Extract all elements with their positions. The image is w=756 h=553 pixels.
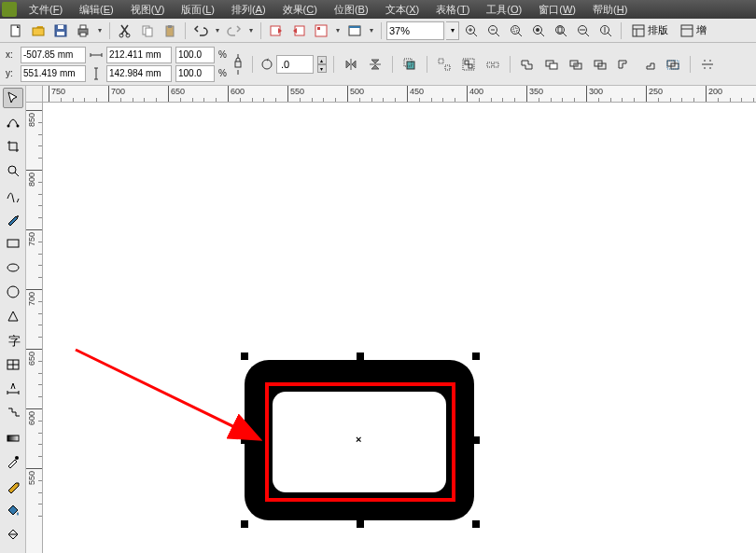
connector-tool[interactable]: [3, 403, 23, 423]
selection-handle-n[interactable]: [357, 353, 364, 360]
redo-dropdown[interactable]: ▾: [246, 26, 256, 35]
rotation-icon: [259, 58, 273, 71]
menu-edit[interactable]: 编辑(E): [71, 1, 122, 19]
height-input[interactable]: [106, 65, 172, 82]
ungroup-all-button[interactable]: [483, 54, 503, 75]
scale-x-input[interactable]: [175, 47, 215, 63]
export-button[interactable]: [288, 21, 309, 41]
fill-tool[interactable]: [3, 500, 23, 520]
y-position-input[interactable]: [21, 65, 86, 82]
selection-handle-sw[interactable]: [241, 520, 248, 528]
x-position-input[interactable]: [21, 47, 86, 63]
front-minus-back-button[interactable]: [614, 54, 635, 75]
rotation-down-button[interactable]: ▾: [317, 64, 327, 73]
svg-rect-1: [33, 28, 44, 35]
outline-tool[interactable]: [3, 476, 23, 496]
mirror-h-button[interactable]: [341, 54, 361, 75]
ruler-h-label: 750: [51, 87, 65, 96]
mirror-v-button[interactable]: [365, 54, 385, 75]
zoom-all-button[interactable]: [528, 21, 549, 41]
pick-tool[interactable]: [3, 88, 23, 108]
svg-rect-23: [513, 28, 517, 32]
menu-window[interactable]: 窗口(W): [530, 1, 584, 19]
width-input[interactable]: [106, 47, 172, 63]
align-distribute-button[interactable]: [697, 54, 718, 75]
intersect-button[interactable]: [566, 54, 586, 75]
save-button[interactable]: [50, 21, 71, 41]
menu-effects[interactable]: 效果(C): [274, 1, 326, 19]
scale-y-input[interactable]: [175, 65, 215, 82]
menu-text[interactable]: 文本(X): [377, 1, 428, 19]
rotation-input[interactable]: [276, 55, 314, 74]
crop-tool[interactable]: [3, 136, 23, 157]
print-button[interactable]: [73, 21, 93, 41]
publish-dropdown[interactable]: ▾: [333, 26, 343, 35]
text-tool[interactable]: 字: [3, 330, 23, 351]
zoom-input[interactable]: [386, 21, 444, 40]
open-button[interactable]: [28, 21, 49, 41]
redo-button[interactable]: [224, 21, 245, 41]
menu-view[interactable]: 视图(V): [122, 1, 174, 19]
inner-rounded-rectangle[interactable]: [273, 392, 446, 492]
canvas-area[interactable]: ×: [43, 103, 756, 553]
zoom-in-button[interactable]: [461, 21, 482, 41]
freehand-tool[interactable]: [3, 185, 23, 205]
shape-tool[interactable]: [3, 112, 23, 132]
interactive-fill-tool[interactable]: [3, 524, 23, 545]
app-launcher-button[interactable]: [344, 21, 365, 41]
boundary-button[interactable]: [663, 54, 683, 75]
rectangle-tool[interactable]: [3, 233, 23, 254]
zoom-tool[interactable]: [3, 160, 23, 181]
zoom-page-button[interactable]: [551, 21, 571, 41]
to-front-button[interactable]: [399, 54, 420, 75]
ruler-horizontal[interactable]: 750700650600550500450400350300250200: [43, 86, 756, 103]
menu-file[interactable]: 文件(F): [21, 1, 71, 19]
zoom-out-button[interactable]: [483, 21, 504, 41]
selection-handle-nw[interactable]: [241, 353, 248, 360]
trim-button[interactable]: [541, 54, 562, 75]
simplify-button[interactable]: [590, 54, 610, 75]
layout-docker-button[interactable]: 排版: [626, 21, 673, 41]
dimension-tool[interactable]: [3, 379, 23, 399]
enhance-docker-button[interactable]: 增: [675, 21, 711, 41]
menu-help[interactable]: 帮助(H): [584, 1, 636, 19]
interactive-tool[interactable]: [3, 427, 23, 448]
ellipse-tool[interactable]: [3, 257, 23, 278]
zoom-selection-button[interactable]: [506, 21, 526, 41]
menu-tools[interactable]: 工具(O): [478, 1, 530, 19]
selection-handle-s[interactable]: [357, 520, 364, 528]
ungroup-button[interactable]: [434, 54, 455, 75]
zoom-height-button[interactable]: [595, 21, 616, 41]
ruler-vertical[interactable]: 850800750700650600550: [26, 103, 43, 553]
polygon-tool[interactable]: [3, 282, 23, 302]
selection-handle-ne[interactable]: [472, 353, 480, 360]
app-launcher-dropdown[interactable]: ▾: [367, 26, 376, 35]
width-icon: [90, 48, 103, 62]
zoom-width-button[interactable]: [573, 21, 594, 41]
menu-bitmap[interactable]: 位图(B): [326, 1, 377, 19]
lock-ratio-button[interactable]: [231, 50, 245, 78]
weld-button[interactable]: [517, 54, 538, 75]
svg-rect-32: [235, 62, 241, 67]
table-tool[interactable]: [3, 354, 23, 375]
smart-fill-tool[interactable]: [3, 209, 23, 229]
eyedropper-tool[interactable]: [3, 451, 23, 472]
copy-button[interactable]: [137, 21, 158, 41]
menu-arrange[interactable]: 排列(A): [223, 1, 274, 19]
rotation-up-button[interactable]: ▴: [317, 56, 327, 64]
paste-button[interactable]: [160, 21, 180, 41]
undo-button[interactable]: [190, 21, 211, 41]
menu-table[interactable]: 表格(T): [427, 1, 478, 19]
group-button[interactable]: [458, 54, 479, 75]
selection-handle-se[interactable]: [472, 520, 480, 528]
basic-shapes-tool[interactable]: [3, 306, 23, 326]
back-minus-front-button[interactable]: [638, 54, 659, 75]
publish-button[interactable]: [311, 21, 331, 41]
new-button[interactable]: [6, 21, 26, 41]
print-dropdown[interactable]: ▾: [95, 26, 105, 35]
import-button[interactable]: [266, 21, 287, 41]
menu-layout[interactable]: 版面(L): [173, 1, 222, 19]
undo-dropdown[interactable]: ▾: [213, 26, 222, 35]
cut-button[interactable]: [115, 21, 135, 41]
zoom-dropdown[interactable]: ▾: [446, 21, 459, 40]
